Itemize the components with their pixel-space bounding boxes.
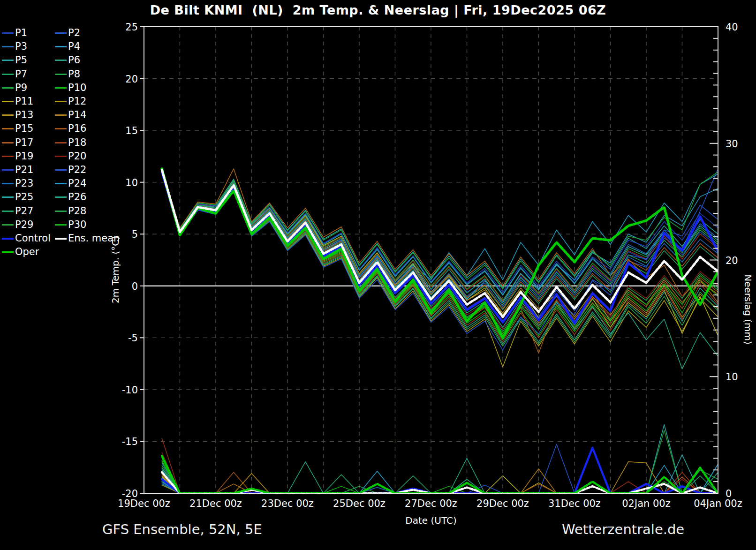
temp-series-P19 (162, 168, 718, 301)
x-tick-label: 21Dec 00z (189, 498, 242, 509)
temp-series-P21 (162, 169, 718, 292)
footer-model-info: GFS Ensemble, 52N, 5E (102, 521, 262, 537)
precip-series-P20 (162, 452, 718, 493)
precip-series-P25 (162, 455, 718, 493)
left-tick-label: -10 (122, 384, 138, 396)
right-tick-label: 40 (726, 22, 738, 33)
precip-series-P3 (162, 463, 718, 493)
left-tick-label: 20 (125, 74, 138, 85)
left-tick-label: 0 (132, 281, 138, 292)
temp-series-P28 (162, 171, 718, 346)
precip-series-P5 (162, 424, 718, 493)
precip-series-P9 (162, 430, 718, 493)
temp-series-P5 (162, 169, 718, 288)
right-tick-label: 10 (726, 371, 738, 383)
weather-ensemble-page: De Bilt KNMI (NL) 2m Temp. & Neerslag | … (0, 0, 756, 550)
x-tick-label: 23Dec 00z (261, 498, 314, 509)
left-tick-label: 25 (125, 22, 138, 33)
right-tick-label: 20 (726, 255, 738, 266)
precip-series-P6 (162, 458, 718, 493)
x-tick-label: 04Jan 00z (694, 498, 742, 509)
left-tick-label: 5 (132, 229, 138, 240)
left-tick-label: -5 (128, 332, 138, 344)
x-tick-label: 02Jan 00z (622, 498, 671, 509)
x-tick-label: 31Dec 00z (548, 498, 601, 509)
temp-series-P26 (162, 171, 718, 369)
y-axis-title-right: Neerslag (mm) (741, 239, 754, 380)
x-axis-title: Date (UTC) (384, 515, 478, 526)
precip-series-P30 (162, 462, 718, 493)
temp-series-P24 (162, 171, 718, 302)
temp-series-P9 (162, 169, 718, 301)
x-tick-label: 25Dec 00z (333, 498, 386, 509)
precip-series-Oper (162, 456, 718, 493)
precip-series-P13 (162, 462, 718, 493)
y-axis-title-left: 2m Temp. (°C) (110, 199, 122, 340)
left-tick-label: -15 (122, 436, 138, 447)
right-tick-label: 30 (726, 138, 738, 150)
x-tick-label: 27Dec 00z (405, 498, 457, 509)
footer-brand: Wetterzentrale.de (562, 521, 684, 537)
temp-series-P15 (162, 169, 718, 302)
temp-series-P16 (162, 171, 718, 353)
x-tick-label: 19Dec 00z (118, 498, 170, 509)
x-tick-label: 29Dec 00z (476, 498, 529, 509)
left-tick-label: 15 (125, 125, 138, 136)
temp-series-P1 (162, 170, 718, 302)
left-tick-label: 10 (125, 177, 138, 188)
precip-series-P10 (162, 460, 718, 493)
precip-series-P19 (162, 438, 718, 493)
